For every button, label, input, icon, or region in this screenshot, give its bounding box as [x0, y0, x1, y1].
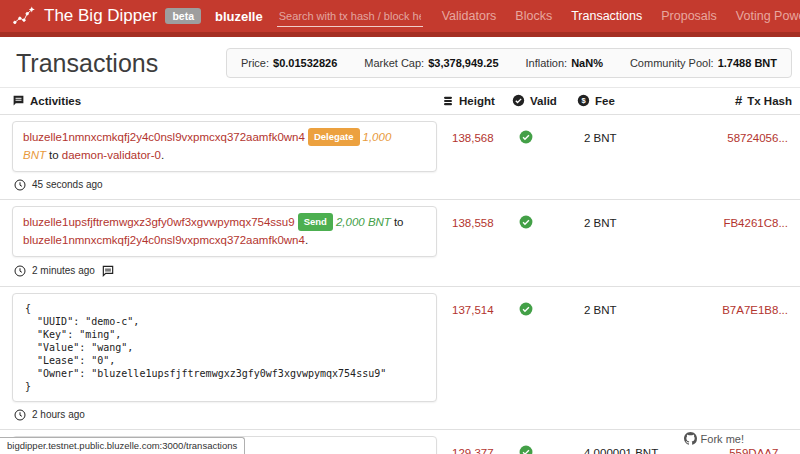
activity-cell: bluzelle1nmnxcmkqfj2y4c0nsl9vxpmcxq372aa…	[12, 119, 442, 199]
delegate-badge: Delegate	[308, 128, 360, 146]
tx-hash-link[interactable]: 58724056...	[682, 119, 792, 144]
column-header-activities: Activities	[12, 94, 442, 107]
tx-hash-link[interactable]: B7A7E1B8...	[682, 291, 792, 316]
height-header-label: Height	[459, 95, 495, 107]
timestamp-text: 2 minutes ago	[32, 265, 95, 276]
price-value: $0.01532826	[273, 57, 337, 69]
valid-check-icon	[512, 434, 577, 454]
nav-item-transactions[interactable]: Transactions	[571, 9, 642, 23]
from-address-link[interactable]: bluzelle1upsfjftremwgxz3gfy0wf3xgvwpymqx…	[23, 216, 295, 228]
page-title: Transactions	[16, 49, 158, 78]
fork-me-link[interactable]: Fork me!	[684, 432, 744, 445]
activities-icon	[12, 94, 25, 107]
stat-inflation: Inflation: NaN%	[526, 57, 603, 69]
app-title[interactable]: The Big Dipper	[44, 6, 157, 26]
send-badge: Send	[298, 213, 333, 231]
fee-header-label: Fee	[595, 95, 615, 107]
browser-status-url: bigdipper.testnet.public.bluzelle.com:30…	[0, 437, 245, 454]
column-header-tx-hash[interactable]: # Tx Hash	[682, 93, 792, 108]
market-cap-label: Market Cap:	[364, 57, 424, 69]
amount-text: 2,000 BNT	[336, 216, 391, 228]
json-payload: { "UUID": "demo-c", "Key": "ming", "Valu…	[25, 302, 424, 393]
period-text: .	[305, 234, 308, 246]
activities-header-label: Activities	[30, 95, 81, 107]
nav-item-proposals[interactable]: Proposals	[661, 9, 717, 23]
activity-cell: { "UUID": "demo-c", "Key": "ming", "Valu…	[12, 291, 442, 429]
community-pool-label: Community Pool:	[630, 57, 714, 69]
nav-item-validators[interactable]: Validators	[442, 9, 497, 23]
beta-badge: beta	[165, 8, 201, 24]
fee-dollar-icon: $	[577, 94, 590, 107]
column-header-valid[interactable]: Valid	[512, 94, 577, 107]
valid-check-icon	[512, 291, 577, 316]
stat-price: Price: $0.01532826	[241, 57, 337, 69]
inflation-value: NaN%	[571, 57, 603, 69]
clock-icon	[14, 409, 26, 421]
timestamp-row: 2 minutes ago	[12, 257, 437, 286]
market-cap-value: $3,378,949.25	[428, 57, 498, 69]
clock-icon	[14, 265, 26, 277]
transaction-row: bluzelle1nmnxcmkqfj2y4c0nsl9vxpmcxq372aa…	[0, 115, 800, 200]
activity-message-card: bluzelle1upsfjftremwgxz3gfy0wf3xgvwpymqx…	[12, 206, 437, 257]
nav-item-blocks[interactable]: Blocks	[515, 9, 552, 23]
from-address-link[interactable]: bluzelle1nmnxcmkqfj2y4c0nsl9vxpmcxq372aa…	[23, 131, 305, 143]
height-value[interactable]: 138,568	[442, 119, 512, 144]
nav-item-voting-power[interactable]: Voting Power	[736, 9, 800, 23]
height-value[interactable]: 137,514	[442, 291, 512, 316]
transaction-row: { "UUID": "demo-c", "Key": "ming", "Valu…	[0, 287, 800, 430]
fee-value: 2 BNT	[577, 119, 682, 144]
inflation-label: Inflation:	[526, 57, 568, 69]
chain-stats-box: Price: $0.01532826 Market Cap: $3,378,94…	[226, 48, 792, 78]
height-icon	[442, 95, 454, 107]
page-header: Transactions Price: $0.01532826 Market C…	[0, 37, 800, 87]
big-dipper-constellation-icon	[12, 5, 36, 27]
clock-icon	[14, 179, 26, 191]
to-address-link[interactable]: bluzelle1nmnxcmkqfj2y4c0nsl9vxpmcxq372aa…	[23, 234, 305, 246]
memo-icon[interactable]	[101, 264, 115, 278]
height-value[interactable]: 129,377	[442, 434, 512, 454]
tx-hash-link[interactable]: FB4261C8...	[682, 204, 792, 229]
timestamp-text: 2 hours ago	[32, 409, 85, 420]
activity-json-card: { "UUID": "demo-c", "Key": "ming", "Valu…	[12, 293, 437, 402]
fee-value: 4.000001 BNT	[577, 434, 682, 454]
fee-value: 2 BNT	[577, 291, 682, 316]
timestamp-row: 45 seconds ago	[12, 172, 437, 199]
stat-market-cap: Market Cap: $3,378,949.25	[364, 57, 498, 69]
column-header-height[interactable]: Height	[442, 95, 512, 107]
connector-text: to	[49, 149, 59, 161]
price-label: Price:	[241, 57, 269, 69]
community-pool-value: 1.7488 BNT	[718, 57, 777, 69]
height-value[interactable]: 138,558	[442, 204, 512, 229]
stat-community-pool: Community Pool: 1.7488 BNT	[630, 57, 777, 69]
connector-text: to	[394, 216, 404, 228]
valid-icon	[512, 94, 525, 107]
activity-cell: bluzelle1upsfjftremwgxz3gfy0wf3xgvwpymqx…	[12, 204, 442, 286]
column-header-fee[interactable]: $ Fee	[577, 94, 682, 107]
timestamp-row: 2 hours ago	[12, 402, 437, 429]
timestamp-text: 45 seconds ago	[32, 179, 103, 190]
transaction-row: bluzelle1upsfjftremwgxz3gfy0wf3xgvwpymqx…	[0, 200, 800, 287]
top-navbar: The Big Dipper beta bluzelle Validators …	[0, 0, 800, 37]
valid-header-label: Valid	[530, 95, 557, 107]
search-input[interactable]	[277, 6, 423, 27]
valid-check-icon	[512, 119, 577, 144]
fee-value: 2 BNT	[577, 204, 682, 229]
valid-check-icon	[512, 204, 577, 229]
chain-name[interactable]: bluzelle	[215, 9, 263, 24]
github-icon	[684, 432, 697, 445]
period-text: .	[161, 149, 164, 161]
activity-message-card: bluzelle1nmnxcmkqfj2y4c0nsl9vxpmcxq372aa…	[12, 121, 437, 172]
hash-icon: #	[735, 93, 742, 108]
fork-me-label: Fork me!	[701, 433, 744, 445]
transactions-table-header: Activities Height Valid $	[0, 87, 800, 115]
to-validator-link[interactable]: daemon-validator-0	[62, 149, 161, 161]
tx-hash-header-label: Tx Hash	[747, 95, 792, 107]
